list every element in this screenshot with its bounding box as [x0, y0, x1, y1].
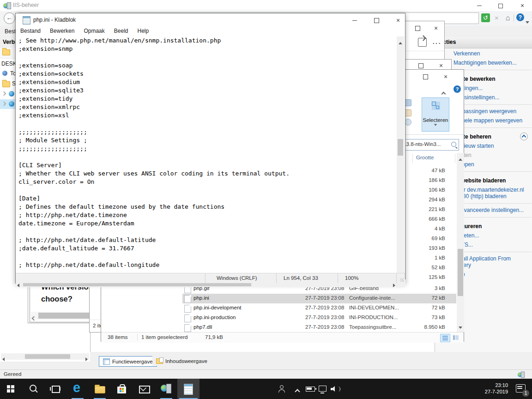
back-button[interactable]: ← [4, 12, 15, 24]
items-count: 38 items [108, 334, 127, 340]
volume-icon[interactable] [331, 386, 339, 392]
rename-icon[interactable] [405, 109, 411, 116]
explorer-close-button[interactable]: × [438, 72, 453, 81]
taskbar-store-button[interactable] [111, 379, 133, 399]
tab-inhoudsweergave[interactable]: Inhoudsweergave [152, 356, 211, 366]
tab-functieweergave[interactable]: Functieweergave [99, 356, 157, 367]
php.ini-development[interactable]: php.ini-development 27-7-2019 23:08 INI-… [101, 303, 465, 313]
taskbar-app-icon [160, 383, 172, 395]
notepad-line: ;extension=sodium [16, 78, 397, 86]
column-divider[interactable] [455, 154, 455, 163]
stop-icon[interactable]: × [492, 13, 501, 22]
notepad-maximize-button[interactable] [369, 16, 384, 25]
status-zoom-level: 100% [338, 273, 396, 283]
select-button[interactable]: Selecteren [422, 97, 449, 132]
sites-folder-icon [2, 81, 10, 87]
action-verkennen[interactable]: Verkennen [435, 49, 532, 58]
restart-icon[interactable]: ↺ [481, 13, 490, 22]
help-dropdown-icon[interactable] [526, 17, 529, 25]
file-list: php.gif 27-7-2019 23:08 GIF-bestand 3 kB… [101, 284, 465, 332]
notepad-statusbar: Windows (CRLF) Ln 954, Col 33 100% [16, 273, 405, 283]
scrollbar-thumb[interactable] [458, 249, 463, 296]
notepad-menu-item[interactable]: Help [133, 26, 153, 34]
edge-maximize-button[interactable] [410, 23, 425, 34]
notepad-close-button[interactable]: × [391, 16, 405, 25]
help-icon[interactable]: ? [516, 13, 524, 21]
taskbar-app-icon [72, 383, 84, 395]
notepad-line [16, 186, 397, 194]
taskbar-search-button[interactable] [22, 379, 44, 399]
collapse-section-button[interactable] [520, 133, 528, 140]
status-spacer [16, 273, 205, 283]
search-icon [451, 142, 456, 147]
home-icon[interactable]: ⌂ [503, 13, 512, 22]
column-grootte[interactable]: Grootte [416, 155, 434, 160]
column-divider[interactable] [412, 154, 413, 163]
edge-close-button[interactable]: × [428, 23, 444, 34]
explorer-help-icon[interactable]: ? [453, 85, 461, 93]
taskbar-clock[interactable]: 23:10 27-7-2019 [485, 382, 508, 395]
paste-icon[interactable] [405, 99, 411, 106]
scrollbar-thumb[interactable] [25, 354, 70, 359]
taskbar-app-icon [49, 383, 61, 395]
iis-statusbar: Gereed [0, 369, 532, 379]
expand-icon[interactable] [2, 102, 6, 106]
share-icon[interactable] [418, 38, 427, 47]
battery-icon[interactable] [306, 387, 315, 392]
iis-titlebar: IIS-beheer × [0, 0, 532, 12]
notepad-menu-item[interactable]: Beeld [109, 26, 133, 34]
taskbar-start-button[interactable] [0, 379, 22, 399]
notepad-line: ; Defines the default timezone used by t… [16, 203, 397, 211]
scrollbar-thumb[interactable] [38, 313, 89, 319]
notepad-line: ;extension=snmp [16, 45, 397, 53]
scrollbar-thumb[interactable] [398, 139, 403, 156]
notepad-menu-item[interactable]: Bewerken [45, 26, 79, 34]
notepad-menu-item[interactable]: Opmaak [79, 26, 109, 34]
notepad-line: [Date] [16, 194, 397, 203]
connections-hscrollbar[interactable] [1, 353, 89, 360]
notepad-vscrollbar[interactable] [397, 36, 404, 279]
taskbar-explorer-button[interactable] [89, 379, 111, 399]
php.ini-production[interactable]: php.ini-production 27-7-2019 23:08 INI-P… [101, 313, 465, 323]
people-icon[interactable] [278, 385, 285, 393]
resize-grip[interactable] [396, 273, 405, 283]
selected-count: 1 item geselecteerd [141, 334, 187, 340]
notepad-titlebar: php.ini - Kladblok × [16, 13, 405, 26]
search-input: 7.3.8-nts-Win3... [402, 141, 441, 147]
php.ini[interactable]: php.ini 27-7-2019 23:08 Configuratie-ins… [101, 294, 465, 303]
network-icon[interactable] [319, 386, 326, 392]
taskbar-app-icon [27, 383, 39, 395]
search-box[interactable]: 7.3.8-nts-Win3... [399, 139, 459, 151]
iis-status-icon [518, 371, 525, 378]
iis-restore-button[interactable] [491, 0, 510, 11]
taskbar-edge-button[interactable] [66, 379, 89, 399]
taskbar-app-icon [138, 383, 150, 395]
notepad-menu-item[interactable]: Bestand [16, 26, 45, 34]
file-list-vscrollbar[interactable] [457, 153, 464, 332]
notepad-minimize-button[interactable] [347, 16, 362, 25]
history-icon[interactable] [405, 119, 411, 126]
hidden-icons-chevron[interactable] [296, 387, 299, 395]
taskbar-taskview-button[interactable] [44, 379, 66, 399]
iis-minimize-button[interactable] [470, 0, 489, 11]
taskbar-iis-button[interactable] [155, 379, 177, 399]
notepad-line: ;;;;;;;;;;;;;;;;;;; [16, 128, 397, 136]
php7.dll[interactable]: php7.dll 27-7-2019 23:08 Toepassingsuitb… [101, 323, 465, 332]
details-view-button[interactable] [440, 334, 450, 342]
iis-close-button[interactable]: × [513, 0, 532, 11]
expand-icon[interactable] [2, 91, 6, 96]
notepad-line: ; Whether the CLI web server uses ANSI c… [16, 169, 397, 178]
taskbar-app-icon [182, 383, 194, 395]
more-options-icon[interactable]: ··· [433, 40, 441, 47]
notepad-text-area[interactable]: ; See http://www.php.net/manual/en/snmp.… [16, 36, 397, 278]
thumbnails-view-button[interactable] [451, 334, 460, 341]
explorer-maximize-button[interactable] [418, 72, 433, 81]
notepad-line: cli_server.color = On [16, 178, 397, 186]
iis-app-icon [3, 2, 11, 9]
file-icon [184, 295, 191, 303]
taskbar-mail-button[interactable] [133, 379, 155, 399]
notepad-line: date.timezone = Europe/Amsterdam [16, 219, 397, 228]
actions-header: Acties [435, 37, 532, 48]
create-connection-icon[interactable] [2, 49, 10, 55]
taskbar-notepad-button[interactable] [177, 379, 200, 399]
